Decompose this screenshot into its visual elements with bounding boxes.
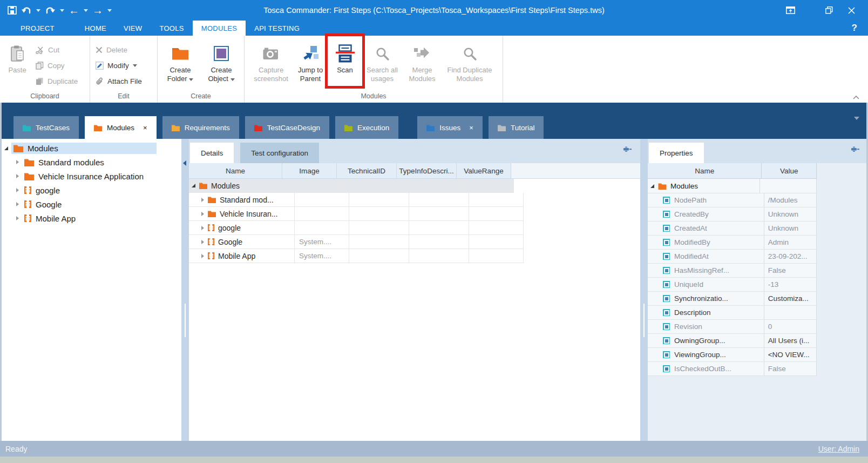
property-row-hasmissingreferences[interactable]: HasMissingRef... False xyxy=(648,264,817,278)
undo-dropdown-icon[interactable] xyxy=(36,9,40,12)
details-row-google-lowercase[interactable]: google xyxy=(189,221,640,235)
expander-icon[interactable] xyxy=(201,226,204,230)
close-tab-icon[interactable]: × xyxy=(143,124,147,132)
close-button[interactable] xyxy=(848,7,855,14)
save-icon[interactable] xyxy=(8,6,17,15)
column-header-technicalid[interactable]: TechnicalID xyxy=(337,163,397,178)
expander-icon[interactable] xyxy=(16,202,19,206)
tab-test-configuration[interactable]: Test configuration xyxy=(240,143,319,163)
capture-screenshot-button[interactable]: Capture screenshot xyxy=(249,38,293,84)
expander-icon[interactable] xyxy=(16,216,19,220)
expander-icon[interactable] xyxy=(201,240,204,244)
ribbon-tab-api-testing[interactable]: API TESTING xyxy=(246,21,308,36)
property-row-description[interactable]: Description xyxy=(648,306,817,320)
expander-icon[interactable] xyxy=(4,146,8,150)
delete-button[interactable]: Delete xyxy=(92,42,145,58)
tree-item-google[interactable]: Google xyxy=(0,197,181,211)
property-row-viewinggroup[interactable]: ViewingGroup... <NO VIEW... xyxy=(648,348,817,362)
scan-button[interactable]: Scan xyxy=(328,38,362,75)
forward-dropdown-icon[interactable] xyxy=(107,9,112,12)
cut-button[interactable]: Cut xyxy=(32,42,81,58)
tree-item-vehicle-insurance-application[interactable]: Vehicle Insurance Application xyxy=(0,169,181,183)
details-row-vehicle-insurance[interactable]: Vehicle Insuran... xyxy=(189,207,640,221)
tree-item-modules[interactable]: Modules xyxy=(0,141,181,155)
details-row-google[interactable]: Google System.... xyxy=(189,235,640,249)
pin-icon[interactable] xyxy=(851,146,859,152)
create-object-dropdown-icon[interactable] xyxy=(230,78,235,81)
doc-tab-testcasedesign[interactable]: TestCaseDesign xyxy=(245,116,329,139)
tab-properties[interactable]: Properties xyxy=(649,143,704,163)
copy-button[interactable]: Copy xyxy=(32,58,81,73)
current-user-link[interactable]: User: Admin xyxy=(818,445,863,453)
create-folder-dropdown-icon[interactable] xyxy=(189,78,193,81)
expander-icon[interactable] xyxy=(201,212,204,216)
dock-panel-icon[interactable] xyxy=(786,6,795,14)
help-icon[interactable]: ? xyxy=(852,23,868,33)
property-row-revision[interactable]: Revision 0 xyxy=(648,320,817,334)
create-folder-button[interactable]: Create Folder xyxy=(161,38,200,84)
find-duplicate-modules-button[interactable]: Find Duplicate Modules xyxy=(442,38,498,84)
expander-icon[interactable] xyxy=(16,174,19,178)
properties-row-modules[interactable]: Modules xyxy=(648,179,817,193)
redo-dropdown-icon[interactable] xyxy=(60,9,64,12)
property-row-synchronization[interactable]: Synchronizatio... Customiza... xyxy=(648,292,817,306)
details-row-mobile-app[interactable]: Mobile App System.... xyxy=(189,249,640,263)
details-row-modules[interactable]: Modules xyxy=(189,179,640,193)
undo-icon[interactable] xyxy=(21,6,32,15)
back-dropdown-icon[interactable] xyxy=(84,9,88,12)
splitter-handle[interactable] xyxy=(643,304,645,337)
tree-item-mobile-app[interactable]: Mobile App xyxy=(0,211,181,225)
property-row-nodepath[interactable]: NodePath /Modules xyxy=(648,193,817,207)
jump-to-parent-button[interactable]: Jump to Parent xyxy=(293,38,328,84)
forward-icon[interactable]: → xyxy=(92,5,103,16)
ribbon-tab-view[interactable]: VIEW xyxy=(115,21,151,36)
doc-tab-issues[interactable]: Issues × xyxy=(417,116,483,139)
splitter-handle[interactable] xyxy=(185,304,186,337)
expander-icon[interactable] xyxy=(16,160,19,164)
collapse-panel-icon[interactable] xyxy=(183,160,186,166)
tab-details[interactable]: Details xyxy=(190,143,234,163)
paste-button[interactable]: Paste xyxy=(2,38,32,75)
doc-tab-modules[interactable]: Modules × xyxy=(85,116,157,139)
modify-dropdown-icon[interactable] xyxy=(133,64,137,67)
property-row-modifiedat[interactable]: ModifiedAt 23-09-202... xyxy=(648,250,817,264)
column-header-value[interactable]: Value xyxy=(762,163,817,178)
pin-icon[interactable] xyxy=(623,146,632,152)
ribbon-tab-modules[interactable]: MODULES xyxy=(193,21,246,36)
attach-file-button[interactable]: Attach File xyxy=(92,73,145,89)
property-row-createdby[interactable]: CreatedBy Unknown xyxy=(648,207,817,222)
doc-tab-execution[interactable]: Execution xyxy=(335,116,398,139)
tree-item-google-lowercase[interactable]: google xyxy=(0,183,181,197)
property-row-modifiedby[interactable]: ModifiedBy Admin xyxy=(648,236,817,250)
expander-icon[interactable] xyxy=(201,254,204,258)
create-object-button[interactable]: Create Object xyxy=(202,38,241,84)
search-all-usages-button[interactable]: Search all usages xyxy=(362,38,403,84)
property-row-owninggroup[interactable]: OwningGroup... All Users (i... xyxy=(648,334,817,348)
expander-icon[interactable] xyxy=(201,198,204,202)
tree-splitter[interactable] xyxy=(181,139,189,441)
column-header-name[interactable]: Name xyxy=(189,163,282,178)
details-row-standard-modules[interactable]: Standard mod... xyxy=(189,193,640,207)
property-row-uniqueid[interactable]: UniqueId -13 xyxy=(648,278,817,292)
close-tab-icon[interactable]: × xyxy=(469,124,473,132)
doc-tab-tutorial[interactable]: Tutorial xyxy=(489,116,544,139)
ribbon-tab-project[interactable]: PROJECT xyxy=(12,21,63,36)
expander-icon[interactable] xyxy=(650,184,654,188)
column-header-typeinfodescription[interactable]: TypeInfoDescri... xyxy=(397,163,457,178)
tree-item-standard-modules[interactable]: Standard modules xyxy=(0,155,181,169)
merge-modules-button[interactable]: Merge Modules xyxy=(403,38,442,84)
modify-button[interactable]: Modify xyxy=(92,58,145,73)
redo-icon[interactable] xyxy=(45,6,56,15)
doc-tab-testcases[interactable]: TestCases xyxy=(13,116,79,139)
tab-overflow-dropdown-icon[interactable] xyxy=(854,117,859,120)
doc-tab-requirements[interactable]: Requirements xyxy=(162,116,239,139)
expander-icon[interactable] xyxy=(16,188,19,192)
ribbon-tab-home[interactable]: HOME xyxy=(76,21,115,36)
column-header-image[interactable]: Image xyxy=(282,163,337,178)
column-header-name[interactable]: Name xyxy=(648,163,762,178)
properties-splitter[interactable] xyxy=(640,139,648,441)
property-row-ischeckedoutby[interactable]: IsCheckedOutB... False xyxy=(648,362,817,376)
expander-icon[interactable] xyxy=(192,184,195,187)
restore-button[interactable] xyxy=(825,6,833,14)
back-icon[interactable]: ← xyxy=(69,5,79,16)
